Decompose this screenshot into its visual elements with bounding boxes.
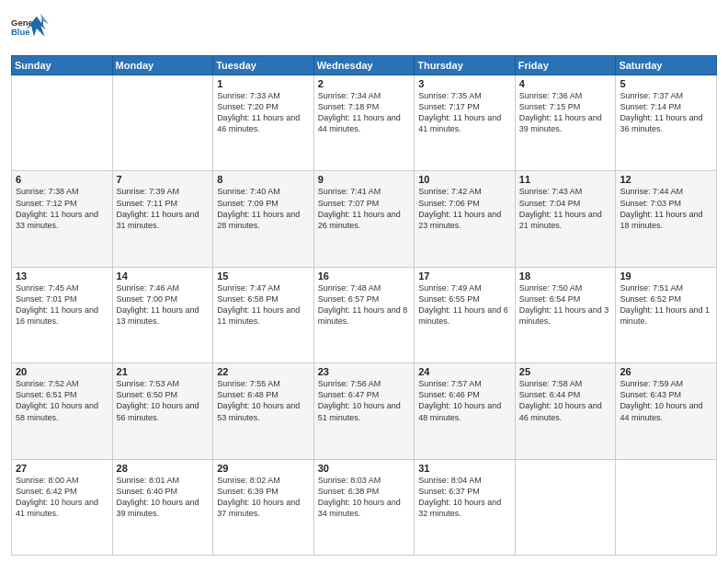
day-number: 5 — [620, 78, 712, 89]
cell-info: Sunrise: 7:43 AMSunset: 7:04 PMDaylight:… — [519, 187, 602, 229]
calendar-cell: 1Sunrise: 7:33 AMSunset: 7:20 PMDaylight… — [213, 75, 314, 171]
day-number: 14 — [117, 270, 210, 282]
day-number: 18 — [519, 270, 612, 282]
cell-info: Sunrise: 7:33 AMSunset: 7:20 PMDaylight:… — [217, 91, 300, 133]
cell-info: Sunrise: 7:37 AMSunset: 7:14 PMDaylight:… — [620, 91, 702, 133]
cell-info: Sunrise: 8:03 AMSunset: 6:38 PMDaylight:… — [318, 476, 401, 518]
cell-info: Sunrise: 7:39 AMSunset: 7:11 PMDaylight:… — [117, 187, 199, 229]
col-tuesday: Tuesday — [213, 56, 314, 75]
day-number: 2 — [318, 78, 411, 89]
day-number: 6 — [16, 174, 108, 185]
calendar-cell: 7Sunrise: 7:39 AMSunset: 7:11 PMDaylight… — [112, 171, 213, 267]
calendar-cell: 18Sunrise: 7:50 AMSunset: 6:54 PMDayligh… — [515, 267, 616, 362]
calendar-cell: 27Sunrise: 8:00 AMSunset: 6:42 PMDayligh… — [12, 459, 113, 555]
calendar-cell: 6Sunrise: 7:38 AMSunset: 7:12 PMDaylight… — [12, 171, 113, 267]
calendar-week-row: 13Sunrise: 7:45 AMSunset: 7:01 PMDayligh… — [12, 267, 717, 362]
cell-info: Sunrise: 7:36 AMSunset: 7:15 PMDaylight:… — [519, 91, 602, 133]
col-saturday: Saturday — [616, 56, 717, 75]
cell-info: Sunrise: 7:44 AMSunset: 7:03 PMDaylight:… — [620, 187, 702, 229]
cell-info: Sunrise: 7:35 AMSunset: 7:17 PMDaylight:… — [418, 91, 501, 133]
day-number: 1 — [217, 78, 310, 89]
cell-info: Sunrise: 7:38 AMSunset: 7:12 PMDaylight:… — [16, 187, 98, 229]
cell-info: Sunrise: 8:01 AMSunset: 6:40 PMDaylight:… — [117, 476, 199, 518]
day-number: 30 — [318, 463, 411, 474]
calendar-cell — [515, 459, 616, 555]
col-wednesday: Wednesday — [313, 56, 415, 75]
calendar-cell: 22Sunrise: 7:55 AMSunset: 6:48 PMDayligh… — [213, 363, 314, 459]
calendar-cell: 9Sunrise: 7:41 AMSunset: 7:07 PMDaylight… — [313, 171, 415, 267]
day-number: 21 — [117, 366, 210, 377]
calendar-cell: 21Sunrise: 7:53 AMSunset: 6:50 PMDayligh… — [112, 363, 213, 459]
day-number: 17 — [418, 270, 511, 282]
day-number: 27 — [16, 463, 108, 474]
day-number: 15 — [217, 270, 310, 282]
cell-info: Sunrise: 7:55 AMSunset: 6:48 PMDaylight:… — [217, 379, 300, 421]
day-number: 9 — [318, 174, 411, 185]
day-number: 13 — [16, 270, 108, 282]
cell-info: Sunrise: 8:04 AMSunset: 6:37 PMDaylight:… — [418, 476, 501, 518]
calendar-cell: 13Sunrise: 7:45 AMSunset: 7:01 PMDayligh… — [12, 267, 113, 362]
col-thursday: Thursday — [415, 56, 516, 75]
calendar-week-row: 27Sunrise: 8:00 AMSunset: 6:42 PMDayligh… — [12, 459, 717, 555]
cell-info: Sunrise: 7:40 AMSunset: 7:09 PMDaylight:… — [217, 187, 300, 229]
calendar-cell: 30Sunrise: 8:03 AMSunset: 6:38 PMDayligh… — [313, 459, 415, 555]
cell-info: Sunrise: 7:45 AMSunset: 7:01 PMDaylight:… — [16, 283, 98, 326]
calendar-week-row: 20Sunrise: 7:52 AMSunset: 6:51 PMDayligh… — [12, 363, 717, 459]
cell-info: Sunrise: 7:48 AMSunset: 6:57 PMDaylight:… — [318, 283, 408, 326]
calendar-cell: 12Sunrise: 7:44 AMSunset: 7:03 PMDayligh… — [616, 171, 717, 267]
day-number: 25 — [519, 366, 612, 377]
cell-info: Sunrise: 7:52 AMSunset: 6:51 PMDaylight:… — [16, 379, 98, 421]
calendar-cell: 4Sunrise: 7:36 AMSunset: 7:15 PMDaylight… — [515, 75, 616, 171]
cell-info: Sunrise: 7:53 AMSunset: 6:50 PMDaylight:… — [117, 379, 199, 421]
calendar-cell: 25Sunrise: 7:58 AMSunset: 6:44 PMDayligh… — [515, 363, 616, 459]
cell-info: Sunrise: 8:02 AMSunset: 6:39 PMDaylight:… — [217, 476, 300, 518]
calendar-cell: 31Sunrise: 8:04 AMSunset: 6:37 PMDayligh… — [415, 459, 516, 555]
calendar-cell: 2Sunrise: 7:34 AMSunset: 7:18 PMDaylight… — [313, 75, 415, 171]
col-friday: Friday — [515, 56, 616, 75]
calendar-week-row: 1Sunrise: 7:33 AMSunset: 7:20 PMDaylight… — [12, 75, 717, 171]
cell-info: Sunrise: 7:41 AMSunset: 7:07 PMDaylight:… — [318, 187, 401, 229]
calendar-cell: 24Sunrise: 7:57 AMSunset: 6:46 PMDayligh… — [415, 363, 516, 459]
cell-info: Sunrise: 7:47 AMSunset: 6:58 PMDaylight:… — [217, 283, 300, 326]
calendar-cell — [616, 459, 717, 555]
cell-info: Sunrise: 7:46 AMSunset: 7:00 PMDaylight:… — [117, 283, 199, 326]
day-number: 20 — [16, 366, 108, 377]
cell-info: Sunrise: 7:51 AMSunset: 6:52 PMDaylight:… — [620, 283, 710, 326]
day-number: 10 — [418, 174, 511, 185]
col-monday: Monday — [112, 56, 213, 75]
calendar-cell: 3Sunrise: 7:35 AMSunset: 7:17 PMDaylight… — [415, 75, 516, 171]
day-number: 12 — [620, 174, 712, 185]
cell-info: Sunrise: 7:58 AMSunset: 6:44 PMDaylight:… — [519, 379, 602, 421]
day-number: 26 — [620, 366, 712, 377]
cell-info: Sunrise: 8:00 AMSunset: 6:42 PMDaylight:… — [16, 476, 98, 518]
day-number: 16 — [318, 270, 411, 282]
calendar-cell: 17Sunrise: 7:49 AMSunset: 6:55 PMDayligh… — [415, 267, 516, 362]
day-number: 31 — [418, 463, 511, 474]
calendar-cell: 14Sunrise: 7:46 AMSunset: 7:00 PMDayligh… — [112, 267, 213, 362]
calendar-cell — [12, 75, 113, 171]
calendar-table: Sunday Monday Tuesday Wednesday Thursday… — [11, 55, 717, 556]
day-number: 28 — [117, 463, 210, 474]
col-sunday: Sunday — [12, 56, 113, 75]
calendar-cell: 10Sunrise: 7:42 AMSunset: 7:06 PMDayligh… — [415, 171, 516, 267]
day-number: 24 — [418, 366, 511, 377]
cell-info: Sunrise: 7:34 AMSunset: 7:18 PMDaylight:… — [318, 91, 401, 133]
calendar-cell: 5Sunrise: 7:37 AMSunset: 7:14 PMDaylight… — [616, 75, 717, 171]
calendar-cell: 8Sunrise: 7:40 AMSunset: 7:09 PMDaylight… — [213, 171, 314, 267]
calendar-cell: 19Sunrise: 7:51 AMSunset: 6:52 PMDayligh… — [616, 267, 717, 362]
logo: General Blue — [11, 9, 51, 50]
day-number: 3 — [418, 78, 511, 89]
calendar-header-row: Sunday Monday Tuesday Wednesday Thursday… — [12, 56, 717, 75]
calendar-cell: 26Sunrise: 7:59 AMSunset: 6:43 PMDayligh… — [616, 363, 717, 459]
day-number: 8 — [217, 174, 310, 185]
cell-info: Sunrise: 7:57 AMSunset: 6:46 PMDaylight:… — [418, 379, 501, 421]
day-number: 22 — [217, 366, 310, 377]
calendar-cell: 20Sunrise: 7:52 AMSunset: 6:51 PMDayligh… — [12, 363, 113, 459]
logo-icon: General Blue — [11, 9, 51, 50]
calendar-cell: 29Sunrise: 8:02 AMSunset: 6:39 PMDayligh… — [213, 459, 314, 555]
day-number: 29 — [217, 463, 310, 474]
calendar-week-row: 6Sunrise: 7:38 AMSunset: 7:12 PMDaylight… — [12, 171, 717, 267]
day-number: 4 — [519, 78, 612, 89]
day-number: 19 — [620, 270, 712, 282]
calendar-cell: 15Sunrise: 7:47 AMSunset: 6:58 PMDayligh… — [213, 267, 314, 362]
